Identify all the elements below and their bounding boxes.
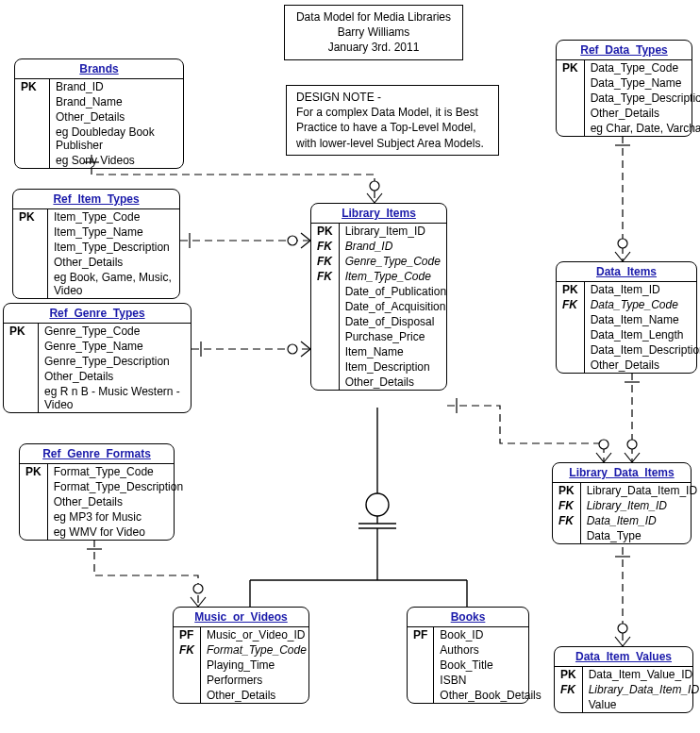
attr-name: Library_Data_Item_ID	[580, 483, 700, 498]
rel-formats-music	[87, 540, 206, 607]
svg-line-6	[301, 233, 310, 241]
attr-key: PK	[553, 483, 580, 498]
attr-name: Data_Type_Code	[584, 297, 700, 312]
attr-key: PK	[13, 209, 48, 225]
svg-line-34	[191, 597, 198, 607]
attr-key	[557, 327, 584, 342]
attr-key	[174, 688, 201, 703]
attr-key	[20, 509, 47, 525]
attr-name: Genre_Type_Description	[39, 354, 192, 369]
attr-key	[13, 240, 48, 255]
entity-attr-row: Data_Item_Name	[557, 312, 700, 327]
attr-name: Authors	[434, 642, 547, 658]
attr-name: Format_Type_Code	[47, 464, 189, 479]
entity-attr-row: Item_Name	[311, 344, 452, 359]
attr-key	[311, 299, 339, 314]
attr-name: Date_of_Acquisition	[339, 299, 452, 314]
entity-attr-row: Data_Item_Description	[557, 342, 700, 358]
attr-key	[4, 384, 39, 412]
attr-key	[557, 358, 584, 373]
attr-key: FK	[311, 239, 339, 254]
attr-key: PK	[311, 224, 339, 239]
entity-attr-row: PKLibrary_Data_Item_ID	[553, 483, 700, 498]
entity-header: Ref_Item_Types	[13, 190, 179, 209]
attr-name: Other_Details	[48, 255, 180, 270]
entity-attr-row: Genre_Type_Description	[4, 354, 191, 369]
entity-attr-row: Item_Description	[311, 359, 452, 375]
design-note-l1: DESIGN NOTE -	[296, 90, 489, 105]
svg-line-26	[604, 453, 611, 462]
attr-key	[408, 688, 434, 703]
entity-ref-data-types: Ref_Data_TypesPKData_Type_Code Data_Type…	[556, 40, 692, 137]
entity-attr-row: PFBook_ID	[408, 627, 547, 642]
attr-key	[174, 673, 201, 688]
entity-attr-row: FKItem_Type_Code	[311, 269, 452, 284]
entity-attr-row: Other_Details	[15, 109, 183, 125]
entity-attr-row: PKGenre_Type_Code	[4, 324, 191, 339]
entity-attr-row: Other_Book_Details	[408, 688, 547, 703]
attr-key	[557, 91, 584, 106]
attr-name: Data_Type_Code	[584, 60, 700, 75]
entity-ref-genre-formats: Ref_Genre_FormatsPKFormat_Type_Code Form…	[19, 443, 175, 541]
entity-attr-row: Data_Type	[553, 528, 700, 543]
attr-name: Playing_Time	[201, 658, 312, 673]
attr-name: Data_Item_Length	[584, 327, 700, 342]
attr-key	[15, 153, 50, 168]
attr-name: Other_Book_Details	[434, 688, 547, 703]
svg-line-31	[623, 637, 630, 646]
svg-point-23	[627, 440, 637, 449]
entity-attr-row: PKData_Type_Code	[557, 60, 700, 75]
attr-name: eg Doubleday Book Publisher	[50, 125, 184, 153]
svg-line-1	[367, 193, 375, 203]
attr-name: Other_Details	[584, 358, 700, 373]
entity-attr-row: PKItem_Type_Code	[13, 209, 179, 225]
entity-header: Books	[408, 608, 528, 627]
title-box: Data Model for Media Libraries Barry Wil…	[284, 5, 463, 60]
attr-name: Library_Item_ID	[580, 498, 700, 513]
entity-attr-row: PKFormat_Type_Code	[20, 464, 189, 479]
attr-key	[13, 270, 48, 298]
entity-header: Ref_Genre_Formats	[20, 444, 174, 464]
svg-point-18	[618, 239, 627, 248]
entity-attr-row: PKData_Item_ID	[557, 282, 700, 297]
svg-line-11	[301, 342, 310, 349]
attr-key	[20, 494, 47, 509]
entity-attr-row: Other_Details	[4, 369, 191, 384]
attr-name: Other_Details	[47, 494, 189, 509]
attr-name: Data_Item_Name	[584, 312, 700, 327]
diagram-canvas: Data Model for Media Libraries Barry Wil…	[0, 0, 700, 733]
attr-name: eg Book, Game, Music, Video	[48, 270, 180, 298]
attr-name: Item_Name	[339, 344, 452, 359]
attr-name: Data_Type_Description	[584, 91, 700, 106]
entity-header: Ref_Data_Types	[557, 41, 692, 60]
entity-attr-row: Performers	[174, 673, 312, 688]
attr-name: Data_Item_ID	[580, 513, 700, 528]
rel-library-data-items-values	[615, 547, 630, 646]
svg-line-16	[615, 252, 623, 261]
entity-attr-row: Date_of_Acquisition	[311, 299, 452, 314]
attr-key	[174, 658, 201, 673]
design-note-l2: For a complex Data Model, it is Best	[296, 105, 489, 120]
attr-key	[15, 94, 50, 109]
entity-body: PKLibrary_Data_Item_IDFKLibrary_Item_IDF…	[553, 483, 700, 543]
attr-key	[311, 329, 339, 344]
rel-item-types-library-items	[180, 233, 310, 248]
rel-genre-types-library-items	[192, 342, 310, 357]
attr-key	[557, 312, 584, 327]
svg-point-32	[618, 624, 627, 633]
rel-data-items-library-data-items	[625, 373, 640, 462]
entity-attr-row: eg MP3 for Music	[20, 509, 189, 525]
entity-attr-row: Authors	[408, 642, 547, 658]
title-line1: Data Model for Media Libraries	[294, 9, 453, 25]
attr-name: Library_Data_Item_ID	[582, 682, 700, 697]
attr-key	[4, 339, 39, 354]
attr-name: Genre_Type_Name	[39, 339, 192, 354]
attr-name: Date_of_Publication	[339, 284, 452, 299]
attr-key	[311, 375, 339, 390]
attr-name: ISBN	[434, 673, 547, 688]
entity-body: PKGenre_Type_Code Genre_Type_Name Genre_…	[4, 324, 191, 412]
entity-ref-item-types: Ref_Item_TypesPKItem_Type_Code Item_Type…	[12, 189, 180, 299]
attr-key	[311, 359, 339, 375]
entity-attr-row: Data_Item_Length	[557, 327, 700, 342]
svg-line-30	[615, 637, 623, 646]
